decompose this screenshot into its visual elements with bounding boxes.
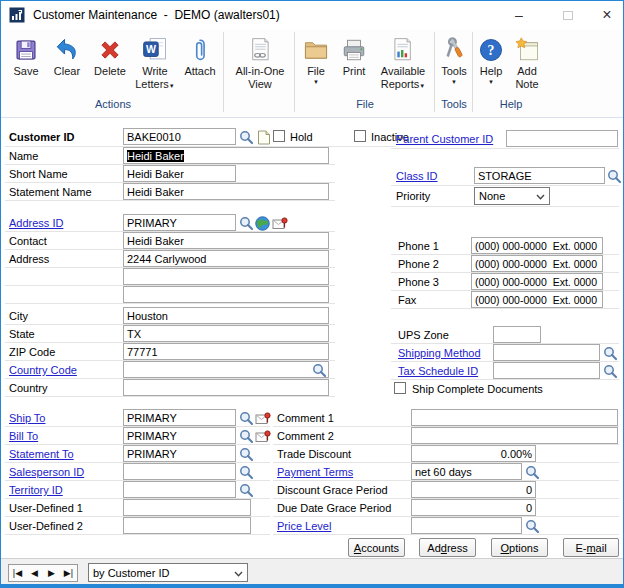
bill-to-field[interactable]: PRIMARY	[123, 427, 236, 444]
salesperson-id-lookup-icon[interactable]	[238, 464, 255, 481]
available-reports-button[interactable]: Available Reports▼	[374, 33, 432, 91]
attach-button[interactable]: Attach	[179, 33, 221, 78]
short-name-field[interactable]: Heidi Baker	[123, 165, 236, 182]
customer-id-note-icon[interactable]	[255, 129, 272, 146]
due-date-grace-period-field[interactable]: 0	[411, 499, 536, 516]
bill-to-link[interactable]: Bill To	[9, 430, 38, 442]
customer-id-lookup-icon[interactable]	[238, 129, 255, 146]
customer-id-field[interactable]: BAKE0010	[123, 128, 236, 145]
phone2-field[interactable]: (000) 000-0000 Ext. 0000	[471, 255, 603, 272]
ship-complete-documents-checkbox[interactable]	[394, 382, 406, 394]
ups-zone-field[interactable]	[493, 326, 541, 343]
hold-checkbox[interactable]	[273, 130, 285, 142]
state-field[interactable]: TX	[123, 325, 329, 342]
salesperson-id-link[interactable]: Salesperson ID	[9, 466, 84, 478]
tax-schedule-id-link[interactable]: Tax Schedule ID	[398, 365, 478, 377]
shipping-method-field[interactable]	[493, 344, 600, 361]
close-button[interactable]: ×	[592, 1, 622, 29]
state-value: TX	[127, 328, 141, 340]
price-level-field[interactable]	[411, 517, 522, 534]
address-line2-field[interactable]	[123, 268, 329, 285]
bill-to-lookup-icon[interactable]	[238, 428, 255, 445]
nav-last-button[interactable]: ▶|	[60, 565, 77, 581]
maximize-button[interactable]	[553, 1, 583, 29]
country-code-field[interactable]	[123, 361, 329, 378]
add-note-button[interactable]: Add Note	[508, 33, 546, 91]
priority-dropdown[interactable]: None	[474, 187, 550, 205]
clear-button[interactable]: Clear	[47, 33, 87, 78]
comment-1-field[interactable]	[411, 409, 618, 426]
comment-2-field[interactable]	[411, 427, 618, 444]
tax-schedule-id-field[interactable]	[493, 362, 600, 379]
tax-schedule-id-lookup-icon[interactable]	[602, 363, 619, 380]
fax-field[interactable]: (000) 000-0000 Ext. 0000	[471, 291, 603, 308]
statement-to-field[interactable]: PRIMARY	[123, 445, 236, 462]
ship-to-field[interactable]: PRIMARY	[123, 409, 236, 426]
trade-discount-field[interactable]: 0.00%	[411, 445, 536, 462]
ship-to-lookup-icon[interactable]	[238, 410, 255, 427]
save-button[interactable]: Save	[7, 33, 45, 78]
salesperson-id-field[interactable]	[123, 463, 236, 480]
payment-terms-lookup-icon[interactable]	[524, 464, 541, 481]
write-letters-button[interactable]: W Write Letters▼	[132, 33, 178, 91]
price-level-lookup-icon[interactable]	[524, 518, 541, 535]
class-id-link[interactable]: Class ID	[396, 170, 438, 182]
name-field[interactable]: Heidi Baker	[123, 147, 329, 164]
email-button[interactable]: E-mail	[563, 538, 619, 557]
delete-button[interactable]: Delete	[89, 33, 131, 78]
payment-terms-link[interactable]: Payment Terms	[277, 466, 353, 478]
accounts-button[interactable]: Accounts	[348, 538, 405, 557]
user-defined-2-field[interactable]	[123, 517, 251, 534]
address-map-pin-icon[interactable]	[271, 215, 288, 232]
shipping-method-link[interactable]: Shipping Method	[398, 347, 481, 359]
internet-address-globe-icon[interactable]	[254, 215, 271, 232]
minimize-button[interactable]: –	[504, 1, 534, 29]
statement-to-lookup-icon[interactable]	[238, 446, 255, 463]
payment-terms-field[interactable]: net 60 days	[411, 463, 522, 480]
file-dropdown-icon: ▼	[313, 78, 319, 86]
country-field[interactable]	[123, 379, 329, 396]
country-code-link[interactable]: Country Code	[9, 364, 77, 376]
shipping-method-lookup-icon[interactable]	[602, 345, 619, 362]
phone1-field[interactable]: (000) 000-0000 Ext. 0000	[471, 237, 603, 254]
address-id-link[interactable]: Address ID	[9, 217, 63, 229]
address-button[interactable]: Address	[419, 538, 476, 557]
file-button[interactable]: File ▼	[298, 33, 334, 86]
options-button[interactable]: Options	[491, 538, 548, 557]
class-id-field[interactable]: STORAGE	[474, 167, 605, 184]
print-button[interactable]: Print	[335, 33, 373, 78]
territory-id-field[interactable]	[123, 481, 236, 498]
address-line1-field[interactable]: 2244 Carlywood	[123, 250, 329, 267]
nav-previous-button[interactable]: ◀	[26, 565, 43, 581]
territory-id-link[interactable]: Territory ID	[9, 484, 63, 496]
ship-to-link[interactable]: Ship To	[9, 412, 46, 424]
inactive-checkbox[interactable]	[354, 130, 366, 142]
help-button[interactable]: ? Help ▼	[475, 33, 507, 86]
class-id-lookup-icon[interactable]	[606, 168, 623, 185]
parent-customer-id-link[interactable]: Parent Customer ID	[396, 133, 493, 145]
bill-to-map-pin-icon[interactable]	[254, 428, 271, 445]
all-in-one-view-button[interactable]: All-in-One View	[229, 33, 291, 91]
statement-to-link[interactable]: Statement To	[9, 448, 74, 460]
discount-grace-period-field[interactable]: 0	[411, 481, 536, 498]
price-level-link[interactable]: Price Level	[277, 520, 331, 532]
user-defined-1-field[interactable]	[123, 499, 251, 516]
ship-to-map-pin-icon[interactable]	[254, 410, 271, 427]
statement-name-value: Heidi Baker	[127, 186, 184, 198]
nav-first-button[interactable]: |◀	[9, 565, 26, 581]
contact-field[interactable]: Heidi Baker	[123, 232, 329, 249]
sort-by-dropdown[interactable]: by Customer ID	[88, 563, 248, 582]
phone3-field[interactable]: (000) 000-0000 Ext. 0000	[471, 273, 603, 290]
tools-button[interactable]: Tools ▼	[437, 33, 471, 86]
country-code-lookup-icon[interactable]	[311, 362, 328, 379]
city-field[interactable]: Houston	[123, 307, 329, 324]
territory-id-lookup-icon[interactable]	[238, 482, 255, 499]
address-line3-field[interactable]	[123, 286, 329, 303]
file-icon	[303, 33, 329, 63]
nav-next-button[interactable]: ▶	[43, 565, 60, 581]
parent-customer-id-field[interactable]	[506, 130, 618, 147]
zip-code-field[interactable]: 77771	[123, 343, 329, 360]
address-id-field[interactable]: PRIMARY	[123, 214, 236, 231]
address-id-lookup-icon[interactable]	[238, 215, 255, 232]
statement-name-field[interactable]: Heidi Baker	[123, 183, 329, 200]
